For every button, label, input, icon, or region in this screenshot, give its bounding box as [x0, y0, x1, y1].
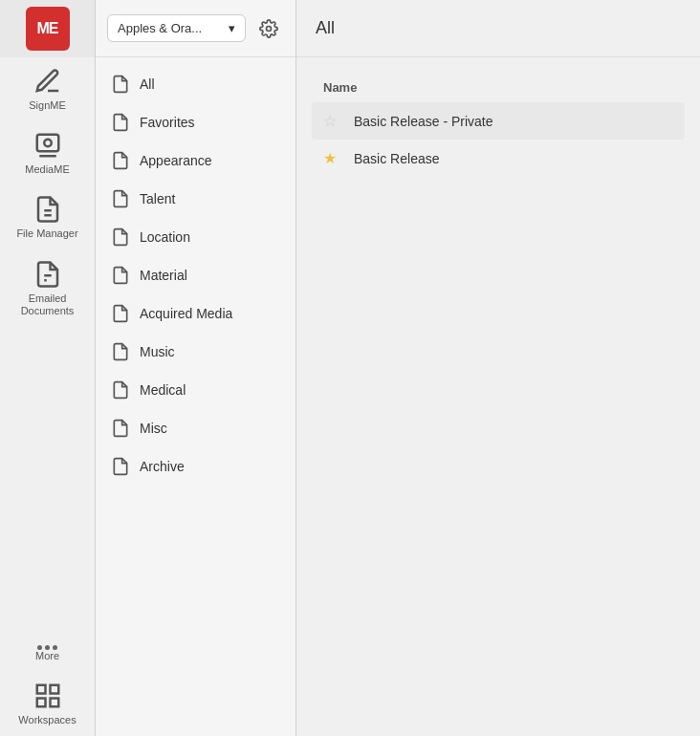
menu-item-material[interactable]: Material: [96, 256, 295, 294]
sidebar-item-media-me[interactable]: MediaME: [0, 121, 95, 185]
sidebar-item-label-more: More: [35, 650, 59, 662]
doc-icon-all: [111, 75, 130, 94]
sidebar-item-file-manager[interactable]: File Manager: [0, 185, 95, 249]
menu-item-archive[interactable]: Archive: [96, 447, 295, 486]
sidebar-item-workspaces[interactable]: Workspaces: [0, 672, 95, 736]
menu-item-acquired-media[interactable]: Acquired Media: [96, 294, 295, 333]
menu-item-label-location: Location: [140, 229, 190, 245]
menu-list: All Favorites Appearance Talent: [96, 57, 295, 493]
menu-item-label-music: Music: [140, 344, 175, 359]
pen-icon: [33, 67, 62, 96]
sidebar-item-more[interactable]: More: [0, 636, 95, 672]
menu-item-misc[interactable]: Misc: [96, 409, 295, 447]
svg-point-1: [44, 140, 52, 147]
svg-rect-0: [36, 135, 58, 152]
sidebar-item-sign-me[interactable]: SignME: [0, 57, 95, 121]
chevron-down-icon: ▾: [229, 21, 235, 35]
svg-point-10: [267, 26, 272, 31]
menu-item-label-talent: Talent: [140, 191, 175, 206]
content-area: Name ☆ Basic Release - Private ★ Basic R…: [296, 57, 700, 192]
grid-icon: [33, 682, 62, 710]
sidebar-item-emailed-documents[interactable]: Emailed Documents: [0, 250, 95, 327]
doc-icon-favorites: [111, 113, 130, 132]
menu-item-talent[interactable]: Talent: [96, 180, 295, 218]
menu-item-appearance[interactable]: Appearance: [96, 141, 295, 180]
doc-icon-medical: [111, 380, 130, 400]
doc-icon-acquired-media: [111, 304, 130, 323]
doc-icon-misc: [111, 419, 130, 438]
svg-rect-8: [36, 698, 45, 706]
page-title: All: [316, 18, 335, 38]
star-icon-empty[interactable]: ☆: [323, 112, 342, 130]
media-icon: [33, 131, 62, 160]
menu-item-label-appearance: Appearance: [140, 153, 212, 168]
doc-icon-archive: [111, 457, 130, 476]
menu-item-medical[interactable]: Medical: [96, 371, 295, 409]
menu-item-location[interactable]: Location: [96, 218, 295, 256]
column-name-header: Name: [323, 80, 357, 95]
menu-item-music[interactable]: Music: [96, 333, 295, 371]
row-name: Basic Release: [354, 151, 440, 166]
table-row[interactable]: ☆ Basic Release - Private: [312, 102, 685, 140]
logo-area: ME: [0, 0, 95, 57]
doc-icon-appearance: [111, 151, 130, 170]
svg-rect-7: [50, 685, 58, 694]
settings-button[interactable]: [253, 13, 284, 44]
doc-icon-material: [111, 266, 130, 285]
workspace-dropdown[interactable]: Apples & Ora... ▾: [107, 14, 246, 42]
menu-panel: Apples & Ora... ▾ All Favorites: [96, 0, 296, 736]
app-logo: ME: [26, 7, 70, 51]
table-row[interactable]: ★ Basic Release: [312, 140, 685, 177]
menu-item-label-misc: Misc: [140, 421, 167, 436]
main-content: All Name ☆ Basic Release - Private ★ Bas…: [296, 0, 700, 736]
menu-item-label-all: All: [140, 76, 155, 92]
sidebar-item-label-sign-me: SignME: [29, 99, 66, 112]
sidebar-item-label-workspaces: Workspaces: [18, 714, 76, 726]
menu-item-label-acquired-media: Acquired Media: [140, 306, 232, 321]
sidebar-item-label-file-manager: File Manager: [16, 227, 77, 240]
menu-item-all[interactable]: All: [96, 65, 295, 103]
star-icon-filled[interactable]: ★: [323, 149, 342, 167]
sidebar-item-label-media-me: MediaME: [25, 163, 69, 176]
gear-icon: [259, 19, 278, 38]
svg-rect-6: [36, 685, 45, 694]
menu-item-label-archive: Archive: [140, 459, 185, 474]
doc-icon-location: [111, 227, 130, 247]
menu-item-label-medical: Medical: [140, 382, 186, 398]
main-header: All: [296, 0, 700, 57]
menu-item-label-material: Material: [140, 268, 187, 283]
column-header: Name: [312, 73, 685, 102]
doc-icon-music: [111, 342, 130, 361]
sidebar-item-label-emailed-documents: Emailed Documents: [4, 292, 91, 317]
file-manager-icon: [33, 195, 62, 224]
row-name: Basic Release - Private: [354, 114, 493, 129]
doc-icon-talent: [111, 189, 130, 208]
menu-item-favorites[interactable]: Favorites: [96, 103, 295, 141]
workspace-name: Apples & Ora...: [118, 21, 202, 35]
svg-rect-9: [50, 698, 58, 706]
menu-header: Apples & Ora... ▾: [96, 0, 295, 57]
sidebar: ME SignME MediaME File Manager: [0, 0, 96, 736]
menu-item-label-favorites: Favorites: [140, 115, 195, 130]
emailed-docs-icon: [33, 260, 62, 289]
